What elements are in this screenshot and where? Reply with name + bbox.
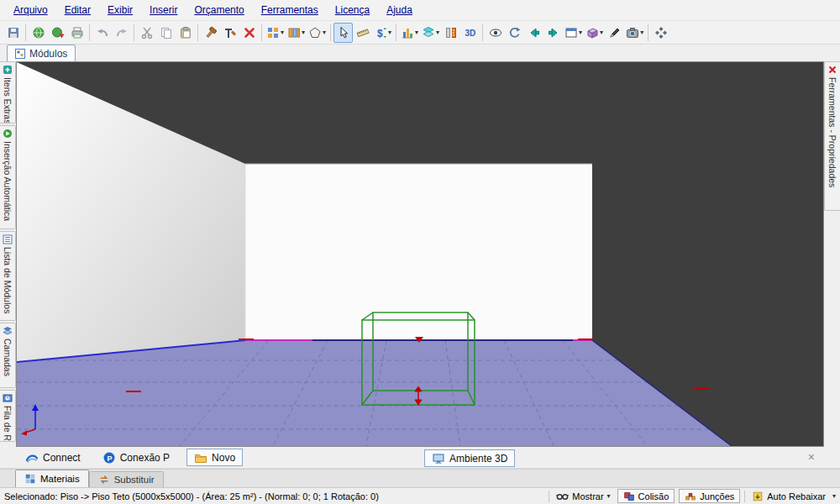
paste-icon bbox=[179, 26, 192, 39]
panel-tab-insercao-automatica[interactable]: Inserção Automática bbox=[0, 125, 16, 229]
shape-icon bbox=[308, 26, 322, 39]
redo-icon bbox=[115, 26, 129, 39]
statusbar-separator bbox=[549, 491, 549, 502]
conexao-p-icon: P bbox=[102, 451, 116, 465]
publish-icon bbox=[51, 26, 65, 39]
panel-tab-label: Ferramentas - Propriedades bbox=[827, 77, 837, 187]
viewport-3d[interactable] bbox=[16, 61, 824, 447]
cut-icon bbox=[140, 26, 154, 39]
glasses-icon bbox=[556, 490, 569, 502]
toolbar-separator bbox=[197, 24, 198, 41]
copy-button[interactable] bbox=[156, 23, 176, 43]
juncoes-toggle-button[interactable]: Junções bbox=[679, 489, 740, 503]
panel-tab-camadas[interactable]: Camadas bbox=[0, 323, 16, 388]
menu-ajuda[interactable]: Ajuda bbox=[378, 2, 421, 18]
tab-ambiente-3d[interactable]: Ambiente 3D bbox=[424, 449, 515, 467]
juncoes-icon bbox=[685, 491, 696, 502]
tab-materiais[interactable]: Materiais bbox=[15, 470, 89, 487]
tab-connect-label: Connect bbox=[43, 452, 81, 464]
menu-inserir[interactable]: Inserir bbox=[141, 2, 186, 18]
fila-de-renderizacao-icon bbox=[3, 393, 13, 403]
lista-de-modulos-icon bbox=[3, 234, 13, 244]
main-toolbar: ▾ ▾ ▾ $▾ ▾ ▾ 3D ▾ ▾ ▾ bbox=[0, 21, 840, 45]
tab-novo[interactable]: Novo bbox=[186, 449, 243, 466]
copy-icon bbox=[160, 26, 173, 39]
print-button[interactable] bbox=[67, 23, 87, 43]
render-button[interactable] bbox=[651, 23, 670, 43]
paste-button[interactable] bbox=[176, 23, 195, 43]
column-dimension-button[interactable] bbox=[441, 23, 460, 43]
tab-ambiente-3d-label: Ambiente 3D bbox=[449, 453, 507, 465]
tab-connect[interactable]: Connect bbox=[20, 449, 86, 466]
box-3d-button[interactable]: ▾ bbox=[584, 23, 605, 43]
delete-icon bbox=[243, 26, 256, 39]
panel-tab-label: Itens Extras bbox=[3, 77, 13, 123]
menu-licenca[interactable]: Licença bbox=[327, 2, 378, 18]
left-panel-strip: Itens Extras Inserção Automática Lista d… bbox=[0, 61, 16, 447]
publish-button[interactable] bbox=[48, 23, 67, 43]
view-3d-button[interactable]: 3D bbox=[460, 23, 480, 43]
tab-conexao-p[interactable]: P Conexão P bbox=[97, 449, 175, 466]
save-icon bbox=[7, 26, 20, 39]
dropdown-arrow-icon: ▾ bbox=[579, 29, 582, 36]
redo-button[interactable] bbox=[112, 23, 131, 43]
select-button[interactable] bbox=[333, 23, 353, 43]
camera-button[interactable]: ▾ bbox=[624, 23, 645, 43]
ambiente-3d-icon bbox=[432, 452, 445, 465]
measure-button[interactable] bbox=[353, 23, 372, 43]
layers-button[interactable]: ▾ bbox=[420, 23, 441, 43]
tab-substituir[interactable]: Substituir bbox=[89, 471, 164, 487]
globe-button[interactable] bbox=[29, 23, 48, 43]
colisao-icon bbox=[623, 491, 635, 502]
menu-arquivo[interactable]: Arquivo bbox=[5, 2, 56, 18]
pen-button[interactable] bbox=[605, 23, 624, 43]
dropdown-arrow-icon: ▾ bbox=[388, 29, 391, 36]
edit-text-tool-button[interactable] bbox=[220, 23, 239, 43]
svg-text:3D: 3D bbox=[465, 29, 475, 38]
window-button[interactable]: ▾ bbox=[563, 23, 584, 43]
panel-tab-fila-de-renderizacao[interactable]: Fila de Ren bbox=[0, 390, 16, 442]
menu-exibir[interactable]: Exibir bbox=[99, 2, 141, 18]
rotate-view-button[interactable] bbox=[505, 23, 524, 43]
dropdown-arrow-icon: ▾ bbox=[281, 29, 284, 36]
close-tab-button[interactable]: × bbox=[808, 451, 815, 463]
mostrar-label: Mostrar bbox=[572, 491, 603, 501]
statusbar-overflow-arrow[interactable]: ▾ bbox=[832, 492, 836, 500]
panel-tab-ferramentas-propriedades[interactable]: Ferramentas - Propriedades bbox=[824, 61, 840, 211]
budget-button[interactable]: $▾ bbox=[372, 23, 393, 43]
undo-button[interactable] bbox=[92, 23, 112, 43]
columns-button[interactable]: ▾ bbox=[399, 23, 420, 43]
back-wall[interactable] bbox=[245, 164, 592, 340]
pen-icon bbox=[608, 26, 622, 39]
menu-editar[interactable]: Editar bbox=[56, 2, 99, 18]
modules-icon bbox=[15, 49, 25, 59]
itens-extras-icon bbox=[3, 65, 13, 75]
delete-button[interactable] bbox=[239, 23, 259, 43]
nav-back-button[interactable] bbox=[524, 23, 543, 43]
tab-modulos[interactable]: Módulos bbox=[7, 45, 76, 61]
visibility-button[interactable] bbox=[486, 23, 505, 43]
nav-forward-button[interactable] bbox=[543, 23, 563, 43]
box-3d-icon bbox=[585, 26, 599, 39]
toolbar-separator bbox=[25, 24, 26, 41]
camera-icon bbox=[626, 26, 639, 39]
menu-orcamento[interactable]: Orçamento bbox=[186, 2, 252, 18]
auto-rebaixar-toggle[interactable]: Auto Rebaixar bbox=[749, 491, 828, 502]
align-button[interactable]: ▾ bbox=[265, 23, 286, 43]
build-button[interactable] bbox=[201, 23, 220, 43]
top-tab-strip: Módulos bbox=[0, 45, 840, 61]
mostrar-dropdown[interactable]: Mostrar ▾ bbox=[554, 490, 612, 502]
colisao-toggle-button[interactable]: Colisão bbox=[617, 489, 675, 503]
shape-button[interactable]: ▾ bbox=[307, 23, 328, 43]
menu-ferramentas[interactable]: Ferramentas bbox=[253, 2, 327, 18]
insercao-automatica-icon bbox=[3, 129, 13, 139]
application-window: Arquivo Editar Exibir Inserir Orçamento … bbox=[0, 0, 840, 504]
cut-button[interactable] bbox=[137, 23, 156, 43]
panel-tab-lista-de-modulos[interactable]: Lista de Módulos bbox=[0, 231, 16, 321]
selection-status-text: Selecionado: Piso -> Piso Teto (5000x5x5… bbox=[4, 491, 379, 501]
panel-tab-itens-extras[interactable]: Itens Extras bbox=[0, 61, 16, 123]
save-button[interactable] bbox=[3, 23, 23, 43]
connect-icon bbox=[25, 451, 39, 465]
camadas-icon bbox=[3, 326, 13, 336]
distribute-button[interactable]: ▾ bbox=[286, 23, 307, 43]
